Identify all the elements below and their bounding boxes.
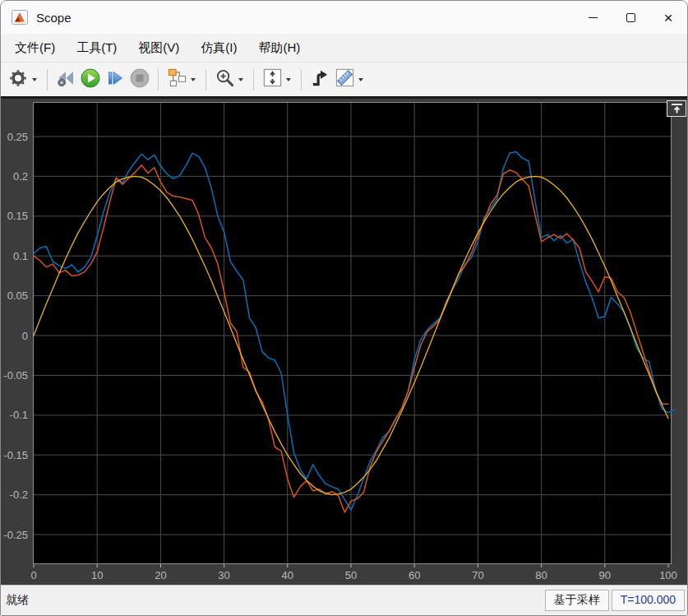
x-tick-label: 70 <box>472 569 483 581</box>
scale-axes-dropdown-caret[interactable] <box>286 78 291 81</box>
settings-button[interactable] <box>6 67 30 92</box>
step-back-button[interactable] <box>53 67 78 92</box>
expand-axes-button[interactable] <box>667 100 686 117</box>
step-back-icon <box>55 67 76 92</box>
y-tick-label: 0.2 <box>13 170 28 183</box>
x-tick-label: 20 <box>155 569 166 581</box>
y-tick-label: 0.05 <box>7 289 28 302</box>
scope-axes[interactable]: 01020304050607080901000.250.20.150.10.05… <box>1 99 687 585</box>
title-bar: Scope × <box>1 1 687 34</box>
y-tick-label: -0.1 <box>10 409 28 421</box>
toolbar-separator <box>301 69 302 90</box>
maximize-button[interactable] <box>612 1 649 34</box>
toolbar <box>1 63 687 96</box>
maximize-icon <box>626 13 635 22</box>
matlab-scope-icon <box>12 10 28 25</box>
stop-button[interactable] <box>127 67 152 92</box>
y-tick-label: -0.2 <box>10 489 28 501</box>
y-tick-label: -0.25 <box>3 529 28 541</box>
y-tick-label: -0.15 <box>3 449 28 461</box>
toolbar-separator <box>205 69 206 90</box>
x-tick-label: 100 <box>659 569 677 581</box>
menu-bar: 文件(F) 工具(T) 视图(V) 仿真(I) 帮助(H) <box>1 34 687 63</box>
magnifier-zoom-icon <box>215 67 235 91</box>
play-icon <box>80 67 101 92</box>
close-icon: × <box>663 10 672 25</box>
y-tick-label: 0.1 <box>13 250 28 262</box>
x-tick-label: 0 <box>30 569 36 581</box>
measurements-button[interactable] <box>332 67 357 92</box>
menu-help[interactable]: 帮助(H) <box>247 34 311 62</box>
menu-simulation[interactable]: 仿真(I) <box>190 34 247 62</box>
y-tick-label: 0 <box>22 330 28 342</box>
x-tick-label: 50 <box>345 569 357 581</box>
toolbar-separator <box>47 69 48 90</box>
window-controls: × <box>574 1 687 34</box>
window-title: Scope <box>36 11 72 25</box>
measurements-dropdown-caret[interactable] <box>358 78 363 81</box>
y-tick-label: -0.05 <box>3 369 28 382</box>
x-tick-label: 60 <box>409 569 420 581</box>
scope-plot-panel[interactable]: 01020304050607080901000.250.20.150.10.05… <box>1 96 687 585</box>
scale-axes-button[interactable] <box>260 67 284 92</box>
menu-file[interactable]: 文件(F) <box>4 34 66 62</box>
highlight-block-dropdown-caret[interactable] <box>191 78 196 81</box>
x-tick-label: 40 <box>282 569 293 581</box>
toolbar-separator <box>253 69 254 90</box>
status-indicators: 基于采样 T=100.000 <box>545 590 685 611</box>
status-bar: 就绪 基于采样 T=100.000 <box>1 585 687 615</box>
zoom-button[interactable] <box>212 67 237 92</box>
ruler-icon <box>335 67 355 91</box>
sample-mode-indicator: 基于采样 <box>545 590 609 611</box>
highlight-simulink-block-button[interactable] <box>164 67 189 92</box>
menu-view[interactable]: 视图(V) <box>127 34 190 62</box>
stop-icon <box>129 67 150 92</box>
scope-window: Scope × 文件(F) 工具(T) 视图(V) 仿真(I) 帮助(H) <box>0 0 688 616</box>
simulation-time-indicator: T=100.000 <box>612 590 685 611</box>
settings-dropdown-caret[interactable] <box>32 78 37 81</box>
gear-icon <box>8 68 28 91</box>
zoom-dropdown-caret[interactable] <box>238 78 243 81</box>
status-message: 就绪 <box>6 593 29 608</box>
expand-axes-icon <box>672 104 682 113</box>
step-forward-icon <box>104 67 126 92</box>
menu-tools[interactable]: 工具(T) <box>66 34 127 62</box>
close-button[interactable]: × <box>649 1 687 34</box>
simulink-blocks-icon <box>167 67 187 91</box>
minimize-icon <box>589 17 598 18</box>
x-tick-label: 30 <box>218 569 229 581</box>
run-button[interactable] <box>78 67 103 92</box>
y-tick-label: 0.25 <box>7 131 28 143</box>
toolbar-separator <box>158 69 159 90</box>
x-tick-label: 90 <box>599 569 611 581</box>
x-tick-label: 10 <box>91 569 103 581</box>
x-tick-label: 80 <box>535 569 547 581</box>
trigger-button[interactable] <box>307 67 332 92</box>
minimize-button[interactable] <box>574 1 612 34</box>
fit-axes-icon <box>262 67 283 91</box>
step-forward-button[interactable] <box>103 67 127 92</box>
trigger-icon <box>310 67 330 91</box>
y-tick-label: 0.15 <box>7 210 28 222</box>
